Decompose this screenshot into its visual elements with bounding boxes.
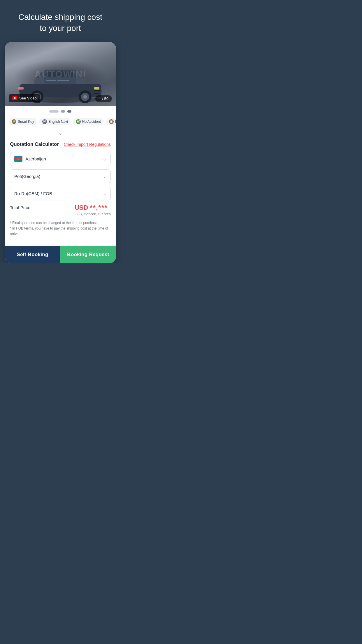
shipping-select-value: Ro-Ro(CBM) / FOB — [14, 191, 52, 196]
price-amount: USD **,*** — [75, 204, 111, 211]
hero-title: Calculate shipping costto your port — [13, 12, 108, 34]
total-price-row: Total Price USD **,*** FOB, Incheon, S.K… — [10, 204, 111, 216]
feature-noaccident: ✅ No Accident — [73, 118, 104, 125]
total-price-label: Total Price — [10, 204, 30, 210]
svg-rect-8 — [94, 87, 99, 90]
country-chevron-icon: ⌄ — [103, 156, 106, 162]
car-image-area: AUTOWINI See Video 1 / 59 — [5, 42, 116, 106]
svg-point-4 — [83, 95, 87, 99]
quotation-section: Quotation Calculator Check Import Regula… — [5, 137, 116, 246]
noaccident-icon: ✅ — [76, 119, 81, 124]
notes-block: * Final quotation can be changed at the … — [10, 220, 111, 237]
port-select[interactable]: Poti(Georgia) ⌄ — [10, 169, 111, 183]
shipping-chevron-icon: ⌄ — [103, 191, 106, 196]
image-counter: 1 / 59 — [95, 95, 112, 102]
svg-rect-12 — [94, 90, 100, 94]
shipping-select[interactable]: Ro-Ro(CBM) / FOB ⌄ — [10, 187, 111, 200]
port-select-value: Poti(Georgia) — [14, 174, 40, 179]
booking-request-button[interactable]: Booking Request — [60, 246, 116, 263]
price-stars: **,*** — [90, 204, 108, 211]
feature-navi: 🗺 English Navi — [39, 118, 71, 125]
flag-mid: ☾ — [14, 158, 22, 160]
flag-star: ☾ — [17, 158, 20, 160]
main-card: AUTOWINI See Video 1 / 59 🔑 Smart Key 🗺 … — [5, 42, 116, 264]
check-import-regulations-button[interactable]: Check Import Regulations — [64, 142, 111, 147]
dot-1 — [49, 110, 59, 113]
feature-poli: 📋 Poli... — [106, 118, 116, 125]
port-chevron-icon: ⌄ — [103, 174, 106, 179]
smartkey-icon: 🔑 — [12, 119, 16, 124]
features-strip: 🔑 Smart Key 🗺 English Navi ✅ No Accident… — [5, 116, 116, 128]
flag-bot — [14, 160, 22, 162]
poli-icon: 📋 — [109, 119, 114, 124]
price-currency: USD — [75, 204, 88, 211]
feature-smartkey: 🔑 Smart Key — [9, 118, 37, 125]
note-1: * Final quotation can be changed at the … — [10, 220, 111, 226]
port-select-left: Poti(Georgia) — [14, 174, 40, 179]
azerbaijan-flag-icon: ☾ — [14, 156, 22, 162]
country-select-value: Azerbaijan — [25, 156, 46, 161]
chevron-down-icon: ⌄ — [58, 130, 63, 136]
see-video-button[interactable]: See Video — [9, 94, 40, 102]
country-select-left: ☾ Azerbaijan — [14, 156, 46, 162]
dot-3[interactable] — [67, 110, 71, 113]
image-dots — [5, 106, 116, 116]
navi-icon: 🗺 — [42, 119, 47, 124]
shipping-select-left: Ro-Ro(CBM) / FOB — [14, 191, 52, 196]
country-select[interactable]: ☾ Azerbaijan ⌄ — [10, 152, 111, 166]
dot-2[interactable] — [61, 110, 65, 113]
bottom-buttons: Self-Booking Booking Request — [5, 246, 116, 263]
svg-rect-9 — [18, 87, 24, 90]
quotation-title: Quotation Calculator — [10, 141, 59, 147]
self-booking-button[interactable]: Self-Booking — [5, 246, 60, 263]
quotation-header: Quotation Calculator Check Import Regula… — [10, 141, 111, 147]
price-subtitle: FOB, Incheon, S.Korea — [75, 212, 111, 216]
youtube-icon — [12, 96, 17, 100]
note-2: * In FOB terms, you have to pay the ship… — [10, 226, 111, 237]
price-block: USD **,*** FOB, Incheon, S.Korea — [75, 204, 111, 216]
expand-row[interactable]: ⌄ — [5, 128, 116, 137]
